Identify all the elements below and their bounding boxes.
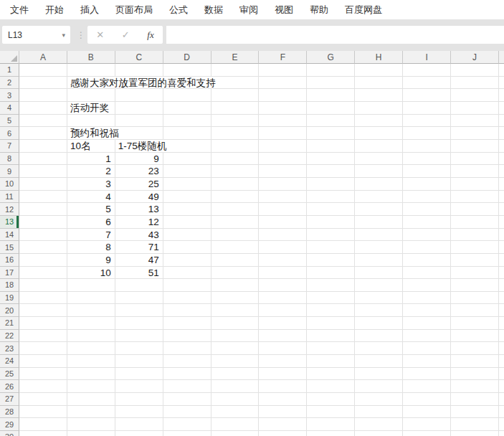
cell-G27[interactable]: [307, 393, 355, 406]
cell-partial-30[interactable]: [499, 431, 504, 436]
cell-H11[interactable]: [355, 191, 403, 204]
cell-H2[interactable]: [355, 77, 403, 90]
cell-D21[interactable]: [163, 317, 211, 330]
cell-J30[interactable]: [451, 431, 499, 436]
cell-C25[interactable]: [115, 368, 163, 381]
cell-I25[interactable]: [403, 368, 451, 381]
cell-E25[interactable]: [211, 368, 260, 381]
cell-E17[interactable]: [211, 267, 260, 280]
cell-J24[interactable]: [451, 355, 499, 368]
cell-G19[interactable]: [307, 292, 355, 305]
cell-H1[interactable]: [355, 64, 403, 77]
cell-C11[interactable]: 49: [115, 191, 163, 204]
cell-C24[interactable]: [115, 355, 163, 368]
cell-J11[interactable]: [451, 191, 499, 204]
row-header-17[interactable]: 17: [0, 267, 19, 280]
cell-E16[interactable]: [211, 254, 260, 267]
cell-F7[interactable]: [259, 140, 307, 153]
cell-C12[interactable]: 13: [115, 203, 163, 216]
cell-D8[interactable]: [163, 153, 211, 166]
cell-A20[interactable]: [19, 304, 67, 317]
cell-I20[interactable]: [403, 304, 451, 317]
cell-A5[interactable]: [19, 115, 67, 128]
cell-B4[interactable]: 活动开奖: [67, 102, 115, 115]
row-header-9[interactable]: 9: [0, 165, 19, 178]
cell-F10[interactable]: [259, 178, 307, 191]
cell-C27[interactable]: [115, 393, 163, 406]
row-header-7[interactable]: 7: [0, 140, 19, 153]
cell-I26[interactable]: [403, 380, 451, 393]
cell-I23[interactable]: [403, 342, 451, 355]
cell-E27[interactable]: [211, 393, 260, 406]
cell-I21[interactable]: [403, 317, 451, 330]
cell-D7[interactable]: [163, 140, 211, 153]
cell-partial-25[interactable]: [499, 368, 504, 381]
cell-A27[interactable]: [19, 393, 67, 406]
menu-review[interactable]: 审阅: [239, 4, 258, 16]
row-header-3[interactable]: 3: [0, 89, 19, 102]
cell-A2[interactable]: [19, 77, 67, 90]
cell-B18[interactable]: [67, 279, 115, 292]
cell-E2[interactable]: [211, 77, 260, 90]
cell-F11[interactable]: [259, 191, 307, 204]
cell-I6[interactable]: [403, 127, 451, 140]
cell-C28[interactable]: [115, 406, 163, 419]
cell-partial-21[interactable]: [499, 317, 504, 330]
cell-A25[interactable]: [19, 368, 67, 381]
row-header-30[interactable]: 30: [0, 431, 19, 436]
cell-E12[interactable]: [211, 203, 260, 216]
cell-F3[interactable]: [259, 89, 307, 102]
cell-F2[interactable]: [259, 77, 307, 90]
menu-formulas[interactable]: 公式: [169, 4, 188, 16]
row-header-6[interactable]: 6: [0, 127, 19, 140]
cell-A18[interactable]: [19, 279, 67, 292]
cell-C15[interactable]: 71: [115, 241, 163, 254]
cell-A21[interactable]: [19, 317, 67, 330]
cell-partial-17[interactable]: [499, 267, 504, 280]
row-header-24[interactable]: 24: [0, 355, 19, 368]
cell-B9[interactable]: 2: [67, 165, 115, 178]
cell-F1[interactable]: [259, 64, 307, 77]
cell-H14[interactable]: [355, 229, 403, 242]
cell-C20[interactable]: [115, 304, 163, 317]
cell-D12[interactable]: [163, 203, 211, 216]
column-header-G[interactable]: G: [307, 51, 355, 64]
cell-partial-3[interactable]: [499, 89, 504, 102]
cell-A29[interactable]: [19, 418, 67, 431]
cell-D30[interactable]: [163, 431, 211, 436]
cell-J17[interactable]: [451, 267, 499, 280]
cell-J5[interactable]: [451, 115, 499, 128]
row-header-25[interactable]: 25: [0, 368, 19, 381]
cell-J6[interactable]: [451, 127, 499, 140]
cell-D23[interactable]: [163, 342, 211, 355]
row-header-19[interactable]: 19: [0, 292, 19, 305]
cell-B17[interactable]: 10: [67, 267, 115, 280]
cell-C6[interactable]: [115, 127, 163, 140]
cell-D1[interactable]: [163, 64, 211, 77]
cell-J4[interactable]: [451, 102, 499, 115]
cell-partial-24[interactable]: [499, 355, 504, 368]
column-header-H[interactable]: H: [355, 51, 403, 64]
cell-E14[interactable]: [211, 229, 260, 242]
cell-B13[interactable]: 6: [67, 216, 115, 229]
cell-E11[interactable]: [211, 191, 260, 204]
cell-H26[interactable]: [355, 380, 403, 393]
cell-H16[interactable]: [355, 254, 403, 267]
cell-J16[interactable]: [451, 254, 499, 267]
column-header-B[interactable]: B: [67, 51, 115, 64]
cell-E22[interactable]: [211, 330, 260, 343]
cell-H21[interactable]: [355, 317, 403, 330]
column-header-partial[interactable]: [499, 51, 504, 64]
cell-F14[interactable]: [259, 229, 307, 242]
cell-G26[interactable]: [307, 380, 355, 393]
cell-J2[interactable]: [451, 77, 499, 90]
cell-H10[interactable]: [355, 178, 403, 191]
cell-G20[interactable]: [307, 304, 355, 317]
cell-J15[interactable]: [451, 241, 499, 254]
cell-B1[interactable]: [67, 64, 115, 77]
cell-E7[interactable]: [211, 140, 260, 153]
cell-I11[interactable]: [403, 191, 451, 204]
cell-F20[interactable]: [259, 304, 307, 317]
cell-E13[interactable]: [211, 216, 260, 229]
cell-partial-4[interactable]: [499, 102, 504, 115]
